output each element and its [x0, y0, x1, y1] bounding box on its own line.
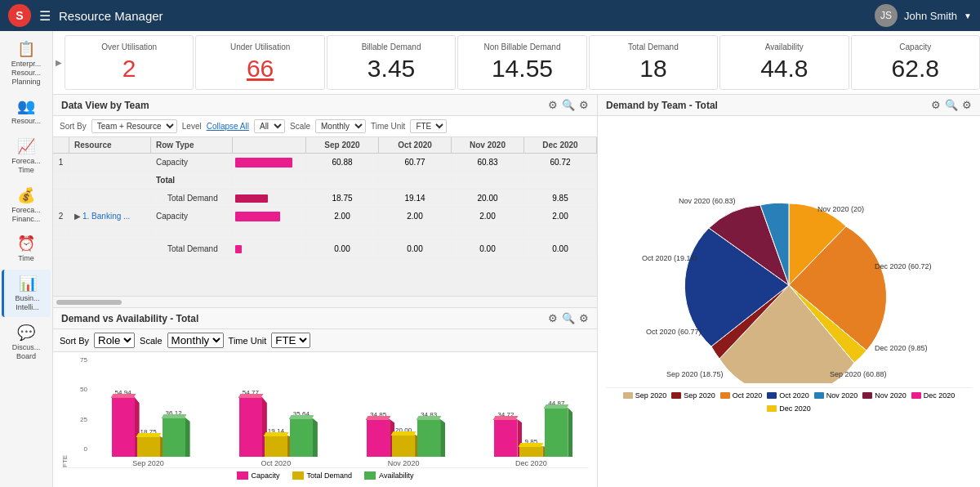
settings-icon-2[interactable]: ⚙: [579, 312, 589, 324]
user-area: JS John Smith ▼: [875, 4, 972, 27]
enterprise-icon: 📋: [17, 40, 35, 58]
right-panel: Demand by Team - Total ⚙ 🔍 ⚙: [598, 95, 980, 487]
forecast-finance-icon: 💰: [17, 186, 35, 204]
scale-select[interactable]: Monthly: [315, 119, 366, 133]
month-group-dec: 34.72 9.85: [474, 375, 589, 467]
pie-legend: Sep 2020 Sep 2020 Oct 2020 Oct 2020: [606, 387, 972, 416]
table-row: Total Demand 0.00 0.00 0.00 0.00: [53, 240, 597, 258]
month-bars-nov: 34.85 20.00: [367, 375, 440, 457]
table-row: 1 Capacity 60.88 60.77 60.83 60.72: [53, 154, 597, 172]
page-title: Resource Manager: [59, 9, 875, 23]
level-label: Level: [182, 122, 202, 131]
kpi-total-demand: Total Demand 18: [589, 35, 718, 90]
filter-icon-3[interactable]: ⚙: [931, 99, 941, 111]
level-select[interactable]: All: [254, 119, 285, 133]
sort-by-label: Sort By: [60, 122, 87, 131]
sidebar-item-business-intelligence[interactable]: 📊 Busin...Intelli...: [2, 270, 51, 317]
demand-vs-avail-toolbar: Sort By Role Scale Monthly Time Unit FTE: [53, 329, 597, 352]
avatar: JS: [875, 4, 898, 27]
legend-item-oct-2020-orange: Oct 2020: [720, 391, 763, 400]
kpi-row: ▶ Over Utilisation 2 Under Utilisation 6…: [53, 31, 980, 95]
search-icon-2[interactable]: 🔍: [562, 312, 575, 324]
sort-by-select-2[interactable]: Role: [94, 333, 135, 348]
kpi-billable-demand: Billable Demand 3.45: [327, 35, 456, 90]
kpi-cards: Over Utilisation 2 Under Utilisation 66 …: [65, 35, 980, 90]
chart-content: 54.94 18.75: [91, 356, 589, 467]
demand-vs-availability-panel: Demand vs Availability - Total ⚙ 🔍 ⚙ Sor…: [53, 307, 597, 487]
sidebar-item-forecast-time[interactable]: 📈 Foreca...Time: [2, 132, 51, 180]
expand-icon[interactable]: ▶: [74, 212, 81, 221]
bars-row: 54.94 18.75: [91, 356, 589, 467]
y-axis: 75 50 25 0: [70, 356, 91, 467]
scale-label: Scale: [290, 122, 310, 131]
time-unit-label: Time Unit: [371, 122, 405, 131]
search-icon-3[interactable]: 🔍: [945, 99, 958, 111]
month-group-sep: 54.94 18.75: [91, 375, 206, 467]
month-label-oct: Oct 2020: [261, 459, 292, 467]
hamburger-menu[interactable]: ☰: [39, 8, 51, 24]
settings-icon-3[interactable]: ⚙: [962, 99, 972, 111]
legend-availability: Availability: [364, 471, 413, 480]
sidebar-item-enterprise[interactable]: 📋 Enterpr...Resour...Planning: [2, 35, 51, 91]
scale-label-2: Scale: [140, 336, 163, 346]
pie-chart-area: Nov 2020 (20) Dec 2020 (60.72) Dec 2020 …: [598, 116, 980, 487]
sidebar-item-time[interactable]: ⏰ Time: [2, 230, 51, 268]
data-view-toolbar: Sort By Team + Resource Level Collapse A…: [53, 116, 597, 137]
main-layout: 📋 Enterpr...Resour...Planning 👥 Resour..…: [0, 31, 980, 487]
svg-text:Sep 2020 (60.88): Sep 2020 (60.88): [830, 370, 887, 378]
left-panel: Data View by Team ⚙ 🔍 ⚙ Sort By Team + R…: [53, 95, 598, 487]
time-icon: ⏰: [17, 235, 35, 252]
month-bars-dec: 34.72 9.85: [494, 375, 568, 457]
legend-item-nov-2020-purple: Nov 2020: [862, 391, 906, 400]
collapse-all-button[interactable]: Collapse All: [207, 122, 249, 131]
sidebar-item-forecast-finance[interactable]: 💰 Foreca...Financ...: [2, 181, 51, 229]
svg-text:Dec 2020 (60.72): Dec 2020 (60.72): [875, 262, 932, 270]
svg-text:Dec 2020 (9.85): Dec 2020 (9.85): [875, 344, 928, 352]
demand-by-team-header: Demand by Team - Total ⚙ 🔍 ⚙: [598, 95, 980, 116]
kpi-non-billable-demand: Non Billable Demand 14.55: [457, 35, 586, 90]
legend-capacity: Capacity: [237, 471, 280, 480]
demand-vs-avail-title: Demand vs Availability - Total: [61, 313, 198, 324]
svg-text:Oct 2020 (60.77): Oct 2020 (60.77): [646, 328, 702, 336]
sort-by-select[interactable]: Team + Resource: [91, 119, 177, 133]
table-row: [53, 226, 597, 240]
filter-icon[interactable]: ⚙: [548, 99, 558, 111]
table-body: 1 Capacity 60.88 60.77 60.83 60.72: [53, 154, 597, 296]
settings-icon[interactable]: ⚙: [579, 99, 589, 111]
resource-icon: 👥: [17, 97, 35, 115]
time-unit-select[interactable]: FTE: [410, 119, 447, 133]
time-unit-label-2: Time Unit: [229, 336, 267, 346]
bar-chart-area: FTE 75 50 25 0: [53, 352, 597, 487]
legend-item-oct-2020-blue: Oct 2020: [767, 391, 809, 400]
demand-by-team-title: Demand by Team - Total: [606, 100, 718, 111]
horizontal-scrollbar[interactable]: [53, 296, 597, 307]
forecast-time-icon: 📈: [17, 137, 35, 155]
legend-item-dec-2020-pink: Dec 2020: [911, 391, 956, 400]
demand-vs-avail-header: Demand vs Availability - Total ⚙ 🔍 ⚙: [53, 308, 597, 329]
table-row: Total Demand 18.75 19.14 20.00 9.85: [53, 190, 597, 208]
search-icon[interactable]: 🔍: [562, 99, 575, 111]
sidebar-item-resource[interactable]: 👥 Resour...: [2, 92, 51, 131]
month-group-nov: 34.85 20.00: [346, 375, 461, 467]
data-view-actions: ⚙ 🔍 ⚙: [548, 99, 589, 111]
sidebar-item-discussion[interactable]: 💬 Discus...Board: [2, 319, 51, 366]
month-label-dec: Dec 2020: [515, 459, 547, 467]
scale-select-2[interactable]: Monthly: [167, 333, 224, 348]
kpi-toggle[interactable]: ▶: [53, 35, 65, 90]
legend-item-sep-2020-red: Sep 2020: [671, 391, 715, 400]
legend-item-nov-2020-green: Nov 2020: [814, 391, 858, 400]
time-unit-select-2[interactable]: FTE: [271, 333, 310, 348]
chevron-down-icon[interactable]: ▼: [964, 11, 972, 20]
demand-by-team-actions: ⚙ 🔍 ⚙: [931, 99, 972, 111]
data-view-header: Data View by Team ⚙ 🔍 ⚙: [53, 95, 597, 116]
month-label-sep: Sep 2020: [132, 459, 164, 467]
table-row: 2 ▶ 1. Banking ... Capacity 2.00 2.00 2.…: [53, 208, 597, 226]
data-table-area: Resource Row Type Sep 2020 Oct 2020 Nov …: [53, 137, 597, 307]
legend-item-sep-2020-tan: Sep 2020: [623, 391, 667, 400]
svg-text:Sep 2020 (18.75): Sep 2020 (18.75): [666, 370, 724, 378]
month-label-nov: Nov 2020: [388, 459, 420, 467]
svg-text:Oct 2020 (19.14): Oct 2020 (19.14): [642, 254, 697, 262]
sidebar: 📋 Enterpr...Resour...Planning 👥 Resour..…: [0, 31, 53, 487]
month-group-oct: 54.77 19.14: [218, 375, 333, 467]
filter-icon-2[interactable]: ⚙: [548, 312, 558, 324]
